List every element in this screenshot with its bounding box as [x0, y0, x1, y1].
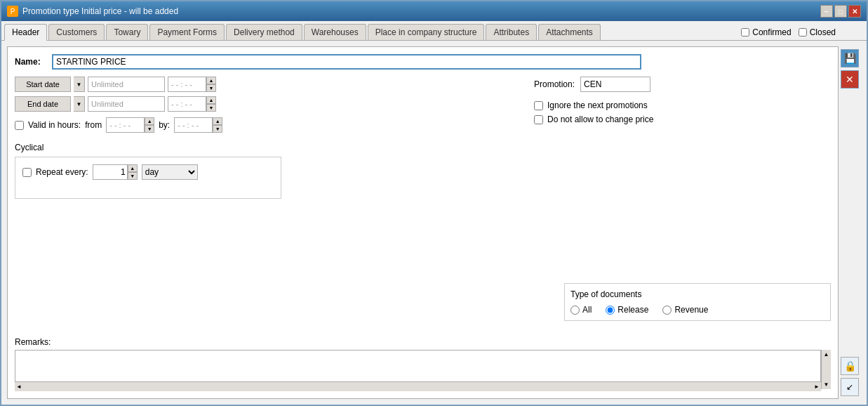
close-button[interactable]: ✕ [848, 5, 861, 18]
maximize-button[interactable]: □ [834, 5, 847, 18]
name-label: Name: [15, 57, 46, 67]
repeat-row: Repeat every: ▲ ▼ day [22, 164, 274, 180]
end-date-row: End date ▼ ▲ ▼ [15, 96, 520, 112]
from-time-spin: ▲ ▼ [145, 117, 154, 133]
remarks-label: Remarks: [15, 337, 831, 347]
by-time-group: ▲ ▼ [174, 117, 222, 133]
confirmed-label: Confirmed [752, 27, 791, 37]
valid-hours-label: Valid in hours: [28, 120, 81, 130]
end-date-button[interactable]: End date [15, 96, 71, 112]
end-date-dropdown[interactable]: ▼ [74, 96, 85, 112]
by-time-spin: ▲ ▼ [213, 117, 222, 133]
end-time-group: ▲ ▼ [168, 96, 216, 112]
by-time-down[interactable]: ▼ [213, 125, 222, 133]
from-time-field[interactable] [106, 117, 145, 133]
promotion-label: Promotion: [534, 79, 575, 89]
tab-customers[interactable]: Customers [48, 24, 105, 40]
save-icon: 💾 [844, 53, 856, 64]
arrow-button[interactable]: ↙ [841, 378, 859, 396]
end-time-down[interactable]: ▼ [206, 104, 216, 112]
tab-delivery-method[interactable]: Delivery method [226, 24, 302, 40]
radio-all[interactable] [570, 306, 580, 315]
start-date-row: Start date ▼ ▲ ▼ [15, 77, 520, 92]
lock-button[interactable]: 🔒 [841, 357, 859, 375]
day-select[interactable]: day [142, 164, 198, 180]
name-row: Name: [15, 54, 831, 70]
tab-towary[interactable]: Towary [106, 24, 148, 40]
no-change-price-group: Do not allow to change price [534, 114, 688, 124]
cyclical-box: Repeat every: ▲ ▼ day [15, 157, 281, 199]
ignore-promotions-label: Ignore the next promotions [547, 100, 648, 110]
scroll-up-arrow[interactable]: ▲ [824, 351, 829, 358]
type-docs-section: Type of documents All Release Revenue [564, 283, 831, 321]
main-panel: Name: Start date ▼ [7, 46, 839, 399]
start-time-down[interactable]: ▼ [206, 84, 216, 92]
window-controls: − □ ✕ [820, 5, 861, 18]
end-time-up[interactable]: ▲ [206, 96, 216, 104]
promotion-input[interactable] [580, 77, 650, 92]
tab-attachments[interactable]: Attachments [538, 24, 601, 40]
tab-place-company[interactable]: Place in company structure [368, 24, 485, 40]
radio-revenue-label: Revenue [674, 305, 708, 315]
radio-release-option: Release [606, 305, 648, 315]
repeat-checkbox[interactable] [22, 168, 32, 177]
from-time-up[interactable]: ▲ [145, 117, 154, 125]
window-title: Promotion type Initial price - will be a… [22, 6, 178, 16]
end-time-field[interactable] [168, 96, 206, 112]
valid-hours-row: Valid in hours: from ▲ ▼ by: [15, 117, 520, 133]
confirmed-group: Confirmed [741, 27, 791, 37]
repeat-input[interactable] [93, 164, 128, 180]
end-time-spin: ▲ ▼ [206, 96, 216, 112]
start-date-button[interactable]: Start date [15, 77, 71, 92]
tab-attributes[interactable]: Attributes [486, 24, 537, 40]
radio-group: All Release Revenue [570, 305, 824, 315]
content-area: Name: Start date ▼ [1, 41, 867, 405]
from-time-down[interactable]: ▼ [145, 125, 154, 133]
promotion-row: Promotion: [534, 77, 688, 92]
scroll-bar-vertical: ▲ ▼ [821, 350, 831, 389]
by-time-field[interactable] [174, 117, 213, 133]
tab-warehouses[interactable]: Warehouses [304, 24, 366, 40]
repeat-up[interactable]: ▲ [128, 164, 138, 172]
title-bar: P Promotion type Initial price - will be… [1, 1, 867, 21]
start-time-up[interactable]: ▲ [206, 77, 216, 84]
radio-release[interactable] [606, 306, 615, 315]
scroll-down-arrow[interactable]: ▼ [824, 381, 829, 388]
start-time-field[interactable] [168, 77, 206, 92]
ignore-promotions-checkbox[interactable] [534, 101, 543, 110]
radio-all-option: All [570, 305, 592, 315]
closed-group: Closed [799, 27, 836, 37]
start-date-field[interactable] [88, 77, 165, 92]
valid-hours-checkbox[interactable] [15, 121, 24, 130]
scroll-right-arrow[interactable]: ► [814, 384, 820, 390]
no-change-price-label: Do not allow to change price [547, 114, 653, 124]
name-input[interactable] [52, 54, 641, 70]
tab-payment-forms[interactable]: Payment Forms [149, 24, 225, 40]
start-time-group: ▲ ▼ [168, 77, 216, 92]
tab-header[interactable]: Header [4, 24, 47, 41]
by-time-up[interactable]: ▲ [213, 117, 222, 125]
remarks-container: ▲ ▼ ◄ ► [15, 350, 831, 391]
app-icon: P [7, 6, 18, 17]
form-section: Start date ▼ ▲ ▼ [15, 77, 831, 199]
tab-bar: Header Customers Towary Payment Forms De… [1, 21, 867, 41]
from-time-group: ▲ ▼ [106, 117, 154, 133]
cyclical-section: Cyclical Repeat every: ▲ ▼ [15, 143, 520, 199]
radio-release-label: Release [617, 305, 648, 315]
radio-revenue[interactable] [662, 306, 672, 315]
cancel-button[interactable]: ✕ [841, 70, 859, 89]
minimize-button[interactable]: − [820, 5, 833, 18]
repeat-down[interactable]: ▼ [128, 172, 138, 180]
type-docs-title: Type of documents [570, 289, 824, 299]
arrow-icon: ↙ [846, 382, 853, 392]
end-date-field[interactable] [88, 96, 165, 112]
no-change-price-checkbox[interactable] [534, 115, 543, 124]
save-button[interactable]: 💾 [841, 49, 859, 67]
scroll-left-arrow[interactable]: ◄ [16, 384, 22, 390]
confirmed-checkbox[interactable] [741, 28, 749, 37]
closed-checkbox[interactable] [799, 28, 807, 37]
lock-icon: 🔒 [844, 360, 856, 372]
radio-all-label: All [582, 305, 592, 315]
from-label: from [85, 120, 102, 130]
start-date-dropdown[interactable]: ▼ [74, 77, 85, 92]
